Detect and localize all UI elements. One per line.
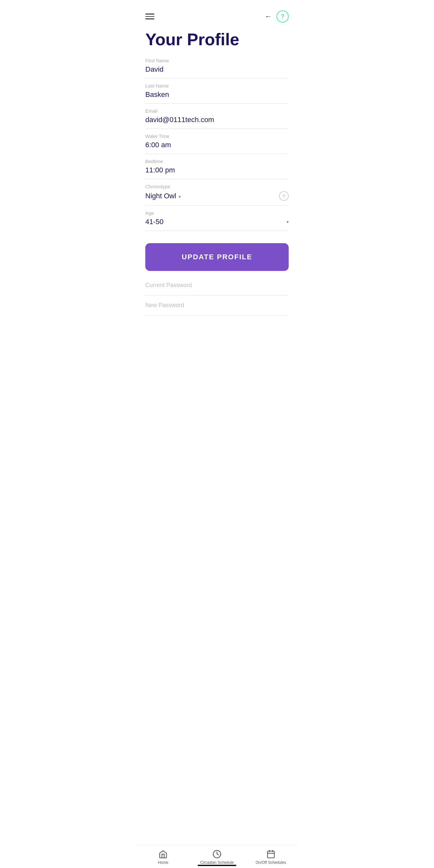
bedtime-field: Bedtime 11:00 pm	[145, 159, 289, 179]
nav-circadian[interactable]: Circadian Schedule	[190, 849, 244, 865]
chronotype-value[interactable]: Night Owl▾	[145, 192, 181, 200]
chronotype-label: Chronotype	[145, 184, 289, 189]
age-value[interactable]: 41-50	[145, 218, 163, 226]
wake-time-field: Wake Time 6:00 am	[145, 133, 289, 154]
age-field: Age 41-50 ▾	[145, 210, 289, 231]
chronotype-field: Chronotype Night Owl▾ ?	[145, 184, 289, 206]
home-icon	[159, 849, 167, 859]
nav-onoff-schedules[interactable]: On/Off Schedules	[244, 849, 298, 865]
bedtime-label: Bedtime	[145, 159, 289, 164]
age-label: Age	[145, 210, 289, 216]
current-password-placeholder[interactable]: Current Password	[145, 280, 289, 290]
calendar-icon	[267, 849, 275, 859]
current-password-field: Current Password	[145, 280, 289, 296]
email-value[interactable]: david@0111tech.com	[145, 116, 289, 124]
nav-home[interactable]: Home	[136, 849, 190, 865]
menu-button[interactable]	[145, 13, 154, 20]
last-name-field: Last Name Basken	[145, 83, 289, 104]
bedtime-value[interactable]: 11:00 pm	[145, 166, 289, 175]
age-row: 41-50 ▾	[145, 218, 289, 226]
email-field: Email david@0111tech.com	[145, 108, 289, 129]
email-label: Email	[145, 108, 289, 114]
new-password-field: New Password	[145, 300, 289, 315]
wake-time-value[interactable]: 6:00 am	[145, 141, 289, 149]
wake-time-label: Wake Time	[145, 133, 289, 139]
svg-rect-1	[268, 851, 274, 858]
back-button[interactable]: ←	[265, 12, 272, 21]
top-bar: ← ?	[136, 0, 298, 28]
update-profile-button[interactable]: UPDATE PROFILE	[145, 243, 289, 271]
chronotype-help-button[interactable]: ?	[279, 191, 289, 201]
first-name-label: First Name	[145, 58, 289, 63]
last-name-label: Last Name	[145, 83, 289, 89]
chronotype-row: Night Owl▾ ?	[145, 191, 289, 201]
home-nav-label: Home	[158, 860, 168, 865]
circadian-nav-label: Circadian Schedule	[200, 860, 234, 865]
top-right-controls: ← ?	[265, 10, 289, 23]
first-name-value[interactable]: David	[145, 65, 289, 73]
page-title: Your Profile	[136, 28, 298, 58]
home-indicator	[197, 865, 237, 866]
clock-icon	[213, 849, 221, 859]
first-name-field: First Name David	[145, 58, 289, 79]
new-password-placeholder[interactable]: New Password	[145, 300, 289, 311]
help-button[interactable]: ?	[276, 10, 289, 23]
last-name-value[interactable]: Basken	[145, 90, 289, 99]
onoff-nav-label: On/Off Schedules	[255, 860, 286, 865]
profile-form: First Name David Last Name Basken Email …	[136, 58, 298, 315]
age-dropdown-arrow: ▾	[286, 219, 289, 224]
